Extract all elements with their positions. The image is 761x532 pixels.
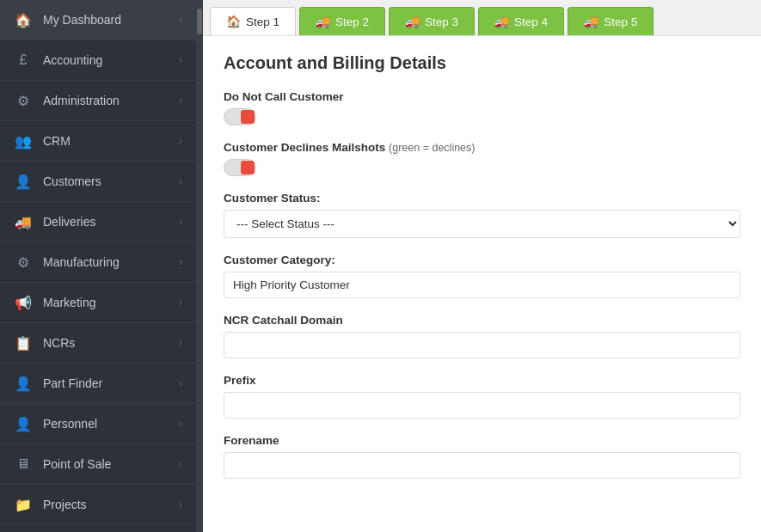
chevron-icon: ›: [179, 418, 182, 430]
manufacturing-icon: ⚙: [14, 253, 33, 272]
sidebar: 🏠 My Dashboard › £ Accounting › ⚙ Admini…: [0, 0, 196, 532]
customer-declines-note: (green = declines): [389, 142, 475, 154]
step3-label: Step 3: [425, 15, 458, 28]
tab-step2[interactable]: 🚚 Step 2: [299, 7, 385, 35]
steps-nav: 🏠 Step 1 🚚 Step 2 🚚 Step 3 🚚 Step 4 🚚 St…: [203, 0, 761, 36]
sidebar-item-label: Administration: [43, 94, 120, 107]
part-finder-icon: 👤: [14, 374, 33, 393]
chevron-icon: ›: [179, 135, 182, 147]
customer-declines-toggle[interactable]: [224, 159, 256, 176]
customer-declines-toggle-row: [224, 159, 740, 176]
sidebar-item-purchasing[interactable]: 📄 Purchasing ›: [0, 525, 196, 532]
sidebar-item-label: Point of Sale: [43, 457, 111, 471]
sidebar-item-point-of-sale[interactable]: 🖥 Point of Sale ›: [0, 444, 196, 485]
tab-step1[interactable]: 🏠 Step 1: [210, 7, 296, 35]
sidebar-item-projects[interactable]: 📁 Projects ›: [0, 485, 196, 525]
step1-label: Step 1: [246, 15, 279, 28]
sidebar-item-label: My Dashboard: [43, 13, 121, 27]
step1-icon: 🏠: [226, 15, 241, 28]
do-not-call-field: Do Not Call Customer: [224, 90, 740, 125]
chevron-icon: ›: [179, 54, 182, 66]
chevron-icon: ›: [179, 458, 182, 470]
tab-step3[interactable]: 🚚 Step 3: [389, 7, 475, 35]
forename-label: Forename: [224, 434, 740, 447]
sidebar-item-accounting[interactable]: £ Accounting ›: [0, 40, 196, 81]
do-not-call-knob: [241, 110, 255, 124]
customer-category-field: Customer Category:: [224, 254, 740, 298]
sidebar-item-deliveries[interactable]: 🚚 Deliveries ›: [0, 202, 196, 242]
customer-declines-knob: [241, 161, 255, 174]
chevron-icon: ›: [179, 175, 182, 187]
customer-status-label: Customer Status:: [224, 192, 740, 205]
chevron-icon: ›: [179, 216, 182, 228]
sidebar-item-label: Manufacturing: [43, 255, 120, 269]
do-not-call-label: Do Not Call Customer: [224, 90, 740, 103]
marketing-icon: 📢: [14, 293, 33, 312]
chevron-icon: ›: [179, 14, 182, 26]
point-of-sale-icon: 🖥: [14, 455, 33, 474]
chevron-icon: ›: [179, 498, 182, 511]
sidebar-item-label: Deliveries: [43, 215, 95, 229]
do-not-call-toggle-row: [224, 108, 740, 125]
sidebar-item-crm[interactable]: 👥 CRM ›: [0, 121, 196, 162]
sidebar-item-ncrs[interactable]: 📋 NCRs ›: [0, 323, 196, 364]
customer-category-input[interactable]: [224, 272, 740, 298]
sidebar-item-label: NCRs: [43, 336, 75, 350]
customer-declines-field: Customer Declines Mailshots (green = dec…: [224, 141, 740, 176]
chevron-icon: ›: [179, 95, 182, 107]
ncr-catchall-label: NCR Catchall Domain: [224, 314, 740, 327]
tab-step5[interactable]: 🚚 Step 5: [568, 7, 654, 35]
accounting-icon: £: [14, 51, 33, 70]
projects-icon: 📁: [14, 495, 33, 514]
ncr-catchall-input[interactable]: [224, 332, 740, 358]
crm-icon: 👥: [14, 131, 33, 150]
sidebar-item-part-finder[interactable]: 👤 Part Finder ›: [0, 364, 196, 404]
form-title: Account and Billing Details: [224, 53, 740, 73]
dashboard-icon: 🏠: [14, 10, 33, 29]
step2-label: Step 2: [335, 15, 369, 28]
administration-icon: ⚙: [14, 91, 33, 110]
tab-step4[interactable]: 🚚 Step 4: [478, 7, 564, 35]
sidebar-item-label: Projects: [43, 498, 87, 511]
sidebar-item-label: Marketing: [43, 296, 95, 309]
sidebar-item-label: Accounting: [43, 53, 102, 67]
customer-status-select[interactable]: --- Select Status ---: [224, 210, 740, 238]
step4-icon: 🚚: [494, 15, 509, 28]
chevron-icon: ›: [179, 377, 182, 389]
prefix-input[interactable]: [224, 392, 740, 419]
step2-icon: 🚚: [316, 15, 330, 28]
chevron-icon: ›: [179, 337, 182, 349]
customers-icon: 👤: [14, 172, 33, 191]
chevron-icon: ›: [179, 297, 182, 309]
ncrs-icon: 📋: [14, 333, 33, 352]
chevron-icon: ›: [179, 256, 182, 268]
step5-label: Step 5: [604, 15, 637, 28]
sidebar-item-personnel[interactable]: 👤 Personnel ›: [0, 404, 196, 444]
customer-status-field: Customer Status: --- Select Status ---: [224, 192, 740, 238]
sidebar-item-label: Part Finder: [43, 376, 102, 390]
sidebar-item-my-dashboard[interactable]: 🏠 My Dashboard ›: [0, 0, 196, 40]
main-content: 🏠 Step 1 🚚 Step 2 🚚 Step 3 🚚 Step 4 🚚 St…: [203, 0, 761, 532]
sidebar-item-customers[interactable]: 👤 Customers ›: [0, 162, 196, 202]
sidebar-item-manufacturing[interactable]: ⚙ Manufacturing ›: [0, 242, 196, 283]
sidebar-item-label: Customers: [43, 174, 101, 188]
scroll-indicator: [196, 0, 203, 532]
step3-icon: 🚚: [405, 15, 420, 28]
personnel-icon: 👤: [14, 414, 33, 433]
sidebar-item-label: Personnel: [43, 417, 97, 431]
prefix-field: Prefix: [224, 374, 740, 419]
customer-category-label: Customer Category:: [224, 254, 740, 266]
sidebar-item-administration[interactable]: ⚙ Administration ›: [0, 81, 196, 121]
step5-icon: 🚚: [584, 15, 598, 28]
scroll-thumb: [197, 9, 202, 34]
sidebar-item-label: CRM: [43, 134, 71, 148]
forename-input[interactable]: [224, 452, 740, 479]
deliveries-icon: 🚚: [14, 212, 33, 231]
form-area: Account and Billing Details Do Not Call …: [203, 36, 761, 532]
prefix-label: Prefix: [224, 374, 740, 387]
customer-declines-label: Customer Declines Mailshots (green = dec…: [224, 141, 740, 154]
do-not-call-toggle[interactable]: [224, 108, 256, 125]
sidebar-item-marketing[interactable]: 📢 Marketing ›: [0, 283, 196, 323]
step4-label: Step 4: [514, 15, 548, 28]
forename-field: Forename: [224, 434, 740, 479]
